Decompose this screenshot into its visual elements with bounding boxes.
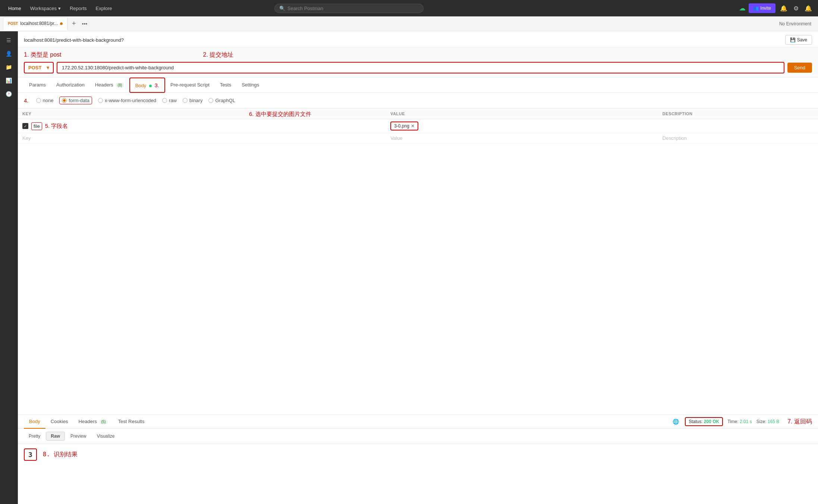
empty-row: Key Value Description [18, 133, 818, 144]
notifications-button[interactable]: 🔔 [778, 3, 789, 13]
tab-prerequest[interactable]: Pre-request Script [165, 78, 215, 92]
method-label: POST [28, 65, 41, 70]
resp-tab-testresults[interactable]: Test Results [113, 415, 150, 429]
option-binary[interactable]: binary [183, 98, 202, 103]
fmt-raw[interactable]: Raw [46, 432, 65, 441]
annotation-4: 4. [24, 97, 29, 104]
col-value: VALUE [386, 108, 658, 119]
response-result: 3 [24, 448, 37, 461]
resp-tab-headers[interactable]: Headers (5) [73, 415, 113, 429]
tab-tests[interactable]: Tests [215, 78, 236, 92]
sidebar-icon-monitor[interactable]: 📊 [3, 75, 15, 86]
desc-placeholder[interactable]: Description [658, 133, 818, 144]
tab-actions: + ••• [70, 20, 89, 28]
request-tabs: Params Authorization Headers (8) Body 3.… [18, 78, 818, 93]
invite-button[interactable]: 👥 Invite [749, 3, 775, 13]
row-checkbox[interactable]: ✓ [22, 123, 28, 129]
main-content: ☰ 👤 📁 📊 🕐 localhost:8081/predict-with-bl… [0, 31, 818, 504]
save-icon: 💾 [790, 37, 796, 42]
remove-file-button[interactable]: ✕ [411, 123, 415, 129]
option-form-data[interactable]: form-data [59, 97, 92, 104]
radio-raw[interactable] [162, 98, 167, 103]
annotation-5: 5. 字段名 [45, 123, 68, 130]
value-placeholder[interactable]: Value [386, 133, 658, 144]
globe-icon: 🌐 [673, 419, 679, 425]
status-badge: Status: 200 OK [685, 417, 723, 426]
radio-binary[interactable] [183, 98, 188, 103]
settings-button[interactable]: ⚙ [792, 3, 800, 13]
resp-tab-cookies[interactable]: Cookies [45, 415, 73, 429]
annotation-7: 7. 返回码 [787, 418, 812, 426]
tab-params[interactable]: Params [24, 78, 51, 92]
format-tabs: Pretty Raw Preview Visualize [18, 429, 818, 444]
request-area: localhost:8081/predict-with-black-backgr… [18, 31, 818, 504]
key-placeholder[interactable]: Key [18, 133, 386, 144]
tab-authorization[interactable]: Authorization [51, 78, 90, 92]
search-input[interactable] [287, 6, 419, 11]
radio-urlencoded[interactable] [98, 98, 103, 103]
response-body: 3 8. 识别结果 [18, 444, 818, 504]
method-selector[interactable]: POST ▾ [24, 62, 54, 73]
sidebar-icon-menu[interactable]: ☰ [3, 34, 15, 46]
key-input[interactable]: file [31, 122, 42, 130]
resp-tab-body[interactable]: Body [24, 415, 45, 429]
alerts-button[interactable]: 🔔 [803, 3, 814, 13]
request-tab[interactable]: POST localhost:8081/pr... [3, 17, 67, 31]
col-key: KEY [18, 108, 386, 119]
new-tab-button[interactable]: + [70, 20, 78, 28]
nav-workspaces[interactable]: Workspaces ▾ [26, 3, 65, 13]
nav-explore[interactable]: Explore [92, 3, 116, 13]
search-icon: 🔍 [279, 6, 285, 11]
form-data-section: 6. 选中要提交的图片文件 KEY VALUE DESCRIPTION ✓ [18, 108, 818, 415]
body-options: 4. none form-data x-www-form-urlencoded … [18, 93, 818, 108]
nav-home[interactable]: Home [4, 3, 25, 13]
url-bar-section: 1. 类型是 post 2. 提交地址 POST ▾ 172.20.52.130… [18, 47, 818, 78]
radio-inner-dot [63, 99, 66, 102]
option-urlencoded[interactable]: x-www-form-urlencoded [98, 98, 156, 103]
option-graphql[interactable]: GraphQL [208, 98, 235, 103]
method-chevron-icon: ▾ [47, 65, 49, 70]
status-code: 200 OK [704, 419, 719, 424]
top-navigation: Home Workspaces ▾ Reports Explore 🔍 ☁ 👥 … [0, 0, 818, 16]
tab-method-badge: POST [8, 22, 18, 26]
environment-selector[interactable]: No Environment [775, 19, 815, 29]
url-input[interactable]: 172.20.52.130:18080/predict-with-white-b… [57, 62, 784, 73]
save-button[interactable]: 💾 Save [785, 35, 812, 45]
chevron-down-icon: ▾ [58, 6, 61, 11]
radio-graphql[interactable] [208, 98, 213, 103]
option-raw[interactable]: raw [162, 98, 177, 103]
send-button[interactable]: Send [787, 63, 812, 73]
nav-right-actions: ☁ 👥 Invite 🔔 ⚙ 🔔 [739, 3, 814, 13]
nav-reports[interactable]: Reports [66, 3, 91, 13]
annotation-1: 1. 类型是 post [24, 51, 61, 59]
fmt-pretty[interactable]: Pretty [24, 432, 45, 441]
unsaved-indicator [60, 22, 63, 25]
request-header: localhost:8081/predict-with-black-backgr… [18, 31, 818, 47]
annotation-3: 3. [155, 82, 160, 88]
resp-headers-badge: (5) [99, 419, 107, 424]
tab-settings[interactable]: Settings [236, 78, 264, 92]
radio-form-data[interactable] [62, 98, 67, 103]
sidebar-icon-history[interactable]: 🕐 [3, 88, 15, 100]
request-title: localhost:8081/predict-with-black-backgr… [24, 37, 124, 43]
sidebar-icon-profile[interactable]: 👤 [3, 48, 15, 60]
fmt-visualize[interactable]: Visualize [92, 432, 120, 441]
search-bar[interactable]: 🔍 [274, 4, 424, 13]
invite-icon: 👥 [753, 6, 759, 11]
radio-none[interactable] [36, 98, 41, 103]
table-row: ✓ file 5. 字段名 3-0.png ✕ [18, 119, 818, 133]
tab-bar: POST localhost:8081/pr... + ••• No Envir… [0, 16, 818, 31]
headers-badge: (8) [116, 83, 124, 88]
fmt-preview[interactable]: Preview [66, 432, 91, 441]
annotation-6: 6. 选中要提交的图片文件 [249, 111, 311, 118]
more-tabs-button[interactable]: ••• [79, 20, 89, 28]
body-active-dot [149, 85, 152, 87]
value-cell: 3-0.png ✕ [386, 119, 658, 133]
annotation-8: 8. 识别结果 [43, 451, 78, 459]
sidebar-icon-collections[interactable]: 📁 [3, 61, 15, 73]
file-value-tag: 3-0.png ✕ [390, 122, 418, 130]
form-data-table: KEY VALUE DESCRIPTION ✓ file 5. 字段名 [18, 108, 818, 144]
tab-body[interactable]: Body 3. [129, 78, 165, 93]
tab-headers[interactable]: Headers (8) [90, 78, 129, 92]
option-none[interactable]: none [36, 98, 54, 103]
